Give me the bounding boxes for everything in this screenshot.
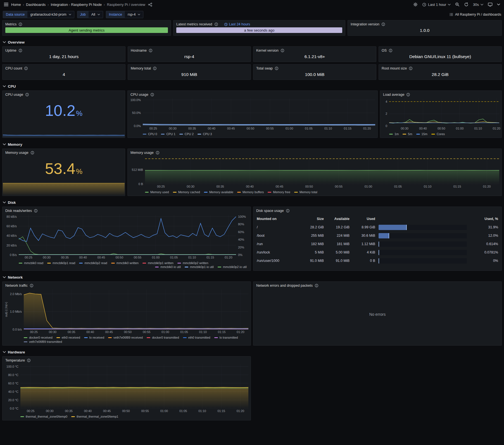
panel-title[interactable]: Disk reads/writes — [3, 207, 251, 214]
legend-item[interactable]: CPU 0 — [143, 132, 157, 136]
legend-item[interactable]: Cores — [431, 132, 445, 136]
legend-color-marker — [108, 337, 112, 338]
legend-item[interactable]: veth7e06f89 received — [108, 336, 143, 339]
section-cpu[interactable]: CPU — [2, 82, 502, 90]
panel-title[interactable]: Latest metrics received Last 24 hours — [173, 20, 345, 27]
all-dashboards-link[interactable]: All Raspberry Pi / dashboards — [449, 13, 501, 16]
legend-item[interactable]: mmcblk0p1 read — [47, 261, 75, 265]
panel-title[interactable]: Metrics — [3, 20, 171, 27]
memory-usage-stat: 53.4% — [3, 155, 125, 196]
legend-item[interactable]: CPU 1 — [161, 132, 175, 136]
panel-cpu-count: CPU count 4 — [2, 64, 125, 80]
section-hardware[interactable]: Hardware — [2, 348, 502, 356]
section-disk[interactable]: Disk — [2, 198, 502, 207]
instance-value[interactable]: rsp-4 — [125, 11, 143, 18]
table-header[interactable]: Used — [353, 217, 375, 221]
chevron-down-icon — [69, 14, 71, 15]
collapse-toolbar-icon[interactable] — [497, 3, 500, 6]
legend-item[interactable]: mmcblk0p2 read — [79, 261, 107, 265]
legend-item[interactable]: thermal_thermal_zone0/temp1 — [71, 415, 118, 418]
breadcrumb-folder[interactable]: Integration - Raspberry Pi Node — [51, 3, 102, 7]
legend-item[interactable]: mmcblk0 io util — [155, 265, 181, 269]
axis-tick-label: 01:00 — [456, 127, 464, 130]
axis-tick-label: 00:45 — [98, 256, 105, 259]
legend-item[interactable]: veth7e06f89 transmitted — [24, 340, 62, 343]
panel-title[interactable]: Uptime — [3, 47, 125, 53]
chevron-down-icon — [448, 4, 451, 6]
section-network[interactable]: Network — [2, 273, 502, 281]
legend-item[interactable]: docker0 transmitted — [147, 336, 179, 339]
legend-item[interactable]: Memory free — [268, 190, 290, 194]
panel-title[interactable]: Memory total — [128, 64, 251, 71]
panel-title[interactable]: OS — [379, 47, 501, 53]
job-value[interactable]: All — [89, 11, 103, 18]
axis-tick-label: 00:50 — [305, 185, 313, 188]
last-24-hours-link[interactable]: Last 24 hours — [224, 22, 250, 26]
legend-item[interactable]: mmcblk0 written — [111, 261, 139, 265]
datasource-value[interactable]: grafanacloud-k3d-prom — [27, 11, 74, 18]
legend-item[interactable]: eth0 transmitted — [183, 336, 210, 339]
panel-title[interactable]: Network traffic — [3, 282, 251, 288]
legend-item[interactable]: 5m — [403, 132, 412, 136]
panel-title[interactable]: Load average — [380, 91, 501, 97]
menu-icon[interactable] — [4, 3, 8, 6]
panel-title[interactable]: Temperature — [3, 357, 251, 363]
time-range-picker[interactable]: Last 1 hour — [422, 3, 451, 7]
legend-item[interactable]: thermal_thermal_zone0/temp0 — [20, 415, 67, 418]
axis-tick-label: 01:00 — [286, 127, 293, 130]
table-header[interactable]: Size — [298, 217, 324, 221]
legend-item[interactable]: docker0 received — [24, 336, 53, 339]
dashboard-settings-icon[interactable] — [413, 2, 418, 7]
panel-title[interactable]: CPU usage — [128, 91, 377, 97]
chevron-down-icon — [3, 41, 6, 43]
breadcrumb-dashboards[interactable]: Dashboards — [26, 3, 46, 7]
legend-item[interactable]: eth0 received — [56, 336, 80, 339]
chevron-down-icon — [98, 14, 100, 15]
panel-title[interactable]: Total swap — [253, 64, 376, 71]
axis-tick-label: 01:20 — [237, 330, 244, 334]
legend-item[interactable]: Memory buffers — [237, 190, 264, 194]
legend-label: thermal_thermal_zone0/temp0 — [26, 415, 67, 418]
refresh-icon[interactable] — [464, 2, 469, 7]
legend-item[interactable]: lo received — [84, 336, 104, 339]
legend-color-marker — [177, 263, 181, 264]
panel-title[interactable]: Disk space usage — [253, 207, 501, 214]
usage-gauge — [379, 250, 467, 255]
legend-item[interactable]: mmcblk0p2 written — [177, 261, 208, 265]
table-header[interactable]: Available — [327, 217, 350, 221]
refresh-interval-picker[interactable]: 30s — [473, 3, 483, 7]
legend-item[interactable]: Memory cached — [173, 190, 200, 194]
legend-item[interactable]: mmcblk0p1 io util — [185, 265, 214, 269]
panel-title[interactable]: CPU usage — [3, 91, 125, 97]
legend-item[interactable]: mmcblk0p1 written — [142, 261, 173, 265]
panel-load-average: Load average 024 00:3000:4000:5001:0001:… — [380, 90, 502, 138]
legend-item[interactable]: Memory available — [204, 190, 233, 194]
panel-title[interactable]: Kernel version — [253, 47, 376, 53]
share-icon[interactable] — [148, 3, 152, 7]
panel-title[interactable]: Memory usage — [128, 149, 501, 155]
table-header[interactable]: Used, % — [470, 217, 498, 221]
legend-item[interactable]: mmcblk0 read — [19, 261, 43, 265]
monitor-icon[interactable] — [488, 2, 493, 7]
legend-item[interactable]: 15m — [416, 132, 427, 136]
table-header[interactable]: Mounted on — [257, 217, 295, 221]
panel-title[interactable]: Hostname — [128, 47, 251, 53]
legend-item[interactable]: CPU 2 — [179, 132, 194, 136]
legend-item[interactable]: 1m — [389, 132, 399, 136]
panel-title[interactable]: Network errors and dropped packets — [253, 282, 501, 288]
legend-item[interactable]: CPU 3 — [198, 132, 212, 136]
axis-tick-label: 00:40 — [84, 409, 92, 413]
panel-title[interactable]: Root mount size — [379, 64, 501, 71]
legend-item[interactable]: Memory total — [294, 190, 317, 194]
section-memory[interactable]: Memory — [2, 140, 502, 149]
legend-item[interactable]: Memory used — [145, 190, 169, 194]
panel-title[interactable]: Integration version — [348, 20, 501, 27]
section-overview[interactable]: Overview — [2, 38, 502, 46]
legend-item[interactable]: lo transmitted — [214, 336, 238, 339]
panel-title[interactable]: CPU count — [3, 64, 125, 71]
axis-tick-label: 2.0 Mb/s — [10, 292, 22, 296]
zoom-out-icon[interactable] — [455, 2, 460, 7]
breadcrumb-home[interactable]: Home — [11, 3, 21, 7]
panel-title[interactable]: Memory usage — [3, 149, 125, 155]
legend-item[interactable]: mmcblk0p2 io util — [218, 265, 247, 269]
